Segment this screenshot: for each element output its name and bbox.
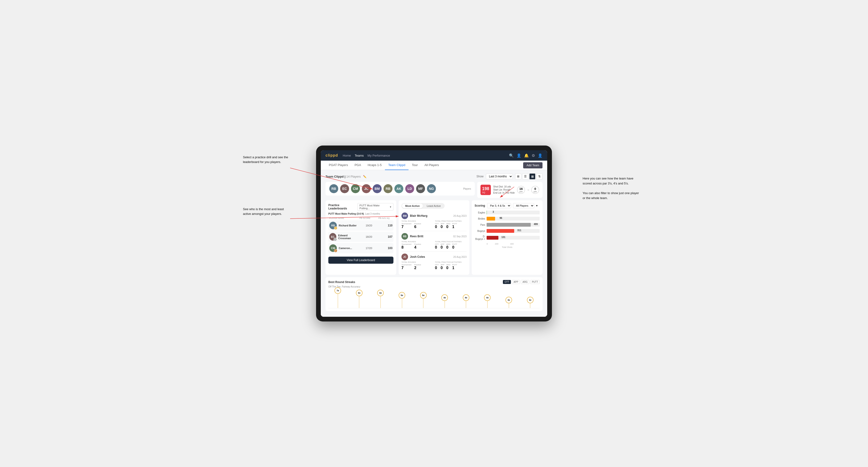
total-rounds-2: Total Rounds Tournament8 Practice4 [401,241,433,250]
lb-avatar-3: CM 3 [329,244,337,252]
view-full-leaderboard-button[interactable]: View Full Leaderboard [328,257,394,264]
par-filter[interactable]: Par 3, 4 & 5s [487,203,511,208]
activities-label-3: Total Practice Activities [435,261,467,263]
lb-name-2: Edward Crossman [338,234,360,240]
streak-point-7: 4x [463,294,469,308]
chevron-down-icon: ▾ [390,206,391,209]
leaderboard-subtitle: PUTT Must Make Putting (3-6 ft), Last 3 … [328,213,394,215]
players-filter[interactable]: All Players [513,203,534,208]
player-avatar-3[interactable]: CM [351,184,360,193]
scoring-title: Scoring [474,204,485,207]
shot-circle-1: 16 yds [517,186,525,194]
players-inner: RB EC CM JC BM [329,184,463,193]
scoring-chevron-icon[interactable]: ▾ [536,204,537,207]
practice-val-2: 4 [414,245,421,250]
show-label: Show [476,175,484,178]
streak-line-10 [530,303,530,308]
team-name: Team Clippd | 14 Players [326,175,362,178]
player-avatar-2[interactable]: EC [340,184,349,193]
tab-team-clippd[interactable]: Team Clippd [385,161,408,170]
rank-badge-3: 3 [334,249,337,252]
user-icon[interactable]: 👤 [517,153,521,158]
list-view-icon[interactable]: ☰ [522,173,528,180]
tab-pga[interactable]: PGA [351,161,364,170]
streaks-tab-putt[interactable]: PUTT [530,280,540,284]
app-val-3: 0 [441,266,444,270]
streak-circle-3: 6x [377,290,384,296]
streak-point-9: 3x [505,297,512,308]
shot-line2: Start Lie: Rough [493,188,515,191]
add-team-button[interactable]: Add Team [523,162,542,168]
arg-val-2: 0 [446,245,450,250]
bar-chart: Eagles 3 Birdies [474,211,540,240]
streak-line-2 [359,296,359,308]
settings-icon[interactable]: ⚙ [532,153,535,158]
player-avatar-5[interactable]: BM [373,184,382,193]
player-col-3: CM [351,184,360,193]
player-col-8: LD [405,184,414,193]
tab-tour[interactable]: Tour [408,161,421,170]
activities-label-2: Total Practice Activities [435,241,467,243]
player-avatar-9[interactable]: MF [416,184,425,193]
lb-row-2: EC 2 Edward Crossman 18/20 107 [328,231,394,242]
player-avatar-6[interactable]: RB [383,184,393,193]
player-avatar-7[interactable]: AK [394,184,403,193]
streaks-tab-ott[interactable]: OTT [503,280,511,284]
player-avatar-1[interactable]: RB [329,184,338,193]
nav-teams[interactable]: Teams [355,153,364,158]
streak-circle-9: 3x [505,297,512,303]
three-col-section: Practice Leaderboards PUTT Must Make Put… [326,200,542,275]
streak-point-6: 4x [441,294,448,308]
putt-val-1: 1 [452,225,457,229]
player-avatar-10[interactable]: NG [427,184,436,193]
team-header: Team Clippd | 14 Players ✏️ Show Last 3 … [326,173,542,180]
streaks-header: Best Round Streaks OTT APP ARG PUTT [328,280,540,284]
avatar-icon[interactable]: 👤 [538,153,542,158]
card-view-icon[interactable]: ▦ [529,173,535,180]
tab-pgat[interactable]: PGAT Players [326,161,351,170]
chart-axis: 0 200 400 [487,243,540,245]
streak-line-3 [380,296,381,308]
lb-subtitle-period: Last 3 months [365,213,380,215]
tab-least-active[interactable]: Least Active [423,204,444,208]
ott-val-2: 0 [435,245,439,250]
filter-icon[interactable]: ⇅ [536,173,542,180]
tab-all-players[interactable]: All Players [421,161,442,170]
tab-hcaps[interactable]: Hcaps 1-5 [365,161,385,170]
bar-container-pars: 499 [487,223,540,227]
show-select[interactable]: Last 3 months Last 6 months Last year [486,174,513,179]
nav-home[interactable]: Home [343,153,351,158]
view-icons: ⊞ ☰ ▦ ⇅ [515,173,542,180]
streak-line-9 [509,303,509,308]
bar-label-bogeys: Bogeys [474,230,485,232]
bar-value-eagles: 3 [493,211,494,213]
streaks-tab-app[interactable]: APP [512,280,520,284]
lb-name-1: Richard Butler [339,224,356,227]
player-avatar-4[interactable]: JC [362,184,371,193]
player-avatar-8[interactable]: LD [405,184,414,193]
col-score: PB SCORE [360,217,378,219]
leaderboards-filter[interactable]: PUTT Must Make Putting... ▾ [357,203,394,211]
lb-row-1: RB 1 Richard Butler 19/20 110 [328,220,394,231]
tournament-label-2: Tournament [401,243,411,245]
bell-icon[interactable]: 🔔 [524,153,529,158]
streak-point-8: 4x [484,294,491,308]
filter-label: PUTT Must Make Putting... [360,204,389,210]
bar-container-bogeys: 311 [487,229,540,233]
brand-logo: clippd [326,153,338,158]
tournament-label-3: Tournament [401,264,411,266]
lb-player-1: RB 1 Richard Butler [329,222,360,229]
edit-team-icon[interactable]: ✏️ [363,175,367,178]
practice-leaderboards-panel: Practice Leaderboards PUTT Must Make Put… [326,200,396,275]
lb-header: PLAYER NAME PB SCORE PB AVG SQ [328,217,394,219]
streaks-tab-arg[interactable]: ARG [521,280,529,284]
tab-most-active[interactable]: Most Active [402,204,423,208]
lb-avatar-2: EC 2 [329,233,336,241]
nav-performance[interactable]: My Performance [368,153,390,158]
activity-tabs: Most Active Least Active [401,203,445,209]
search-icon[interactable]: 🔍 [509,153,514,158]
grid-view-icon[interactable]: ⊞ [515,173,521,180]
chart-footer: Total Shots [474,246,540,248]
activity-top-1: BM Blair McHarg 26 Aug 2023 [401,213,467,219]
lb-avatar-1: RB 1 [329,222,337,229]
